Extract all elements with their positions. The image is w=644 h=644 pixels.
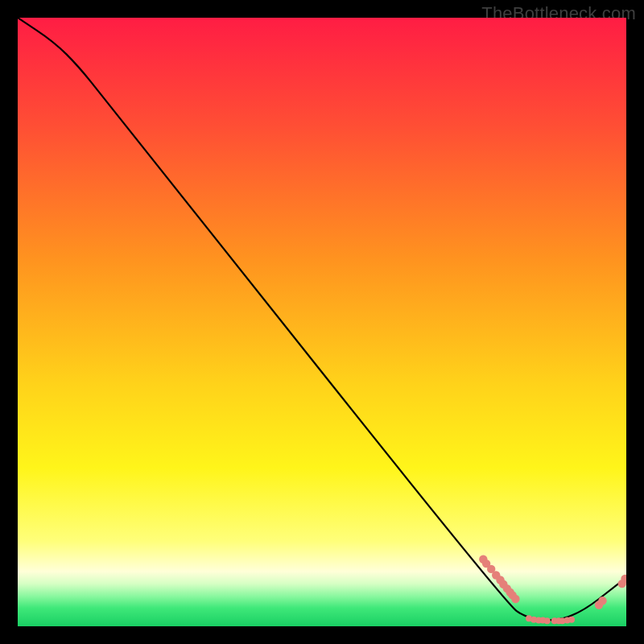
chart-frame: TheBottleneck.com <box>0 0 644 644</box>
data-marker <box>568 617 575 623</box>
data-marker <box>598 597 606 605</box>
plot-area <box>18 18 626 626</box>
data-marker <box>544 617 551 624</box>
chart-svg <box>18 18 626 626</box>
data-marker <box>511 595 519 603</box>
gradient-background <box>18 18 626 626</box>
